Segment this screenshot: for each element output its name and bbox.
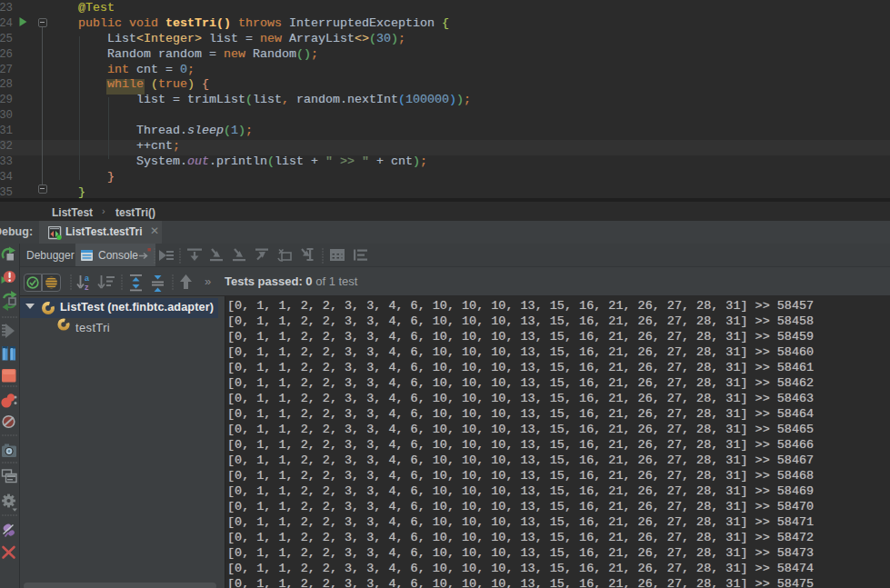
svg-text:a: a: [85, 274, 90, 283]
svg-text:z: z: [85, 283, 89, 292]
